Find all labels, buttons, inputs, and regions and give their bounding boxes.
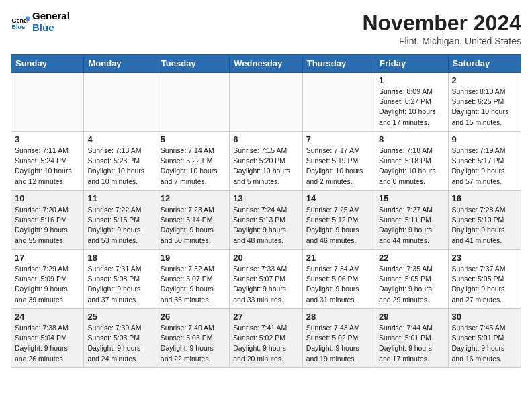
calendar-cell: 11Sunrise: 7:22 AM Sunset: 5:15 PM Dayli…	[84, 191, 157, 250]
logo: General Blue General Blue	[11, 11, 70, 33]
week-row-5: 24Sunrise: 7:38 AM Sunset: 5:04 PM Dayli…	[11, 309, 521, 368]
calendar-cell: 2Sunrise: 8:10 AM Sunset: 6:25 PM Daylig…	[448, 73, 521, 132]
calendar-cell: 24Sunrise: 7:38 AM Sunset: 5:04 PM Dayli…	[11, 309, 84, 368]
calendar-cell: 25Sunrise: 7:39 AM Sunset: 5:03 PM Dayli…	[84, 309, 157, 368]
day-number: 27	[233, 312, 298, 322]
calendar-cell: 21Sunrise: 7:34 AM Sunset: 5:06 PM Dayli…	[302, 250, 375, 309]
week-row-4: 17Sunrise: 7:29 AM Sunset: 5:09 PM Dayli…	[11, 250, 521, 309]
day-info: Sunrise: 7:33 AM Sunset: 5:07 PM Dayligh…	[233, 264, 298, 305]
day-number: 5	[161, 134, 226, 144]
day-number: 22	[379, 253, 444, 263]
day-info: Sunrise: 7:45 AM Sunset: 5:01 PM Dayligh…	[452, 323, 517, 364]
header-day-friday: Friday	[375, 55, 448, 73]
calendar-cell: 14Sunrise: 7:25 AM Sunset: 5:12 PM Dayli…	[302, 191, 375, 250]
week-row-2: 3Sunrise: 7:11 AM Sunset: 5:24 PM Daylig…	[11, 132, 521, 191]
week-row-1: 1Sunrise: 8:09 AM Sunset: 6:27 PM Daylig…	[11, 73, 521, 132]
header-day-wednesday: Wednesday	[230, 55, 302, 73]
day-info: Sunrise: 7:11 AM Sunset: 5:24 PM Dayligh…	[15, 146, 80, 187]
calendar-table: SundayMondayTuesdayWednesdayThursdayFrid…	[11, 54, 521, 368]
calendar-cell: 1Sunrise: 8:09 AM Sunset: 6:27 PM Daylig…	[375, 73, 448, 132]
day-info: Sunrise: 8:09 AM Sunset: 6:27 PM Dayligh…	[379, 87, 444, 128]
calendar-cell: 23Sunrise: 7:37 AM Sunset: 5:05 PM Dayli…	[448, 250, 521, 309]
calendar-cell: 9Sunrise: 7:19 AM Sunset: 5:17 PM Daylig…	[448, 132, 521, 191]
day-number: 11	[87, 193, 152, 203]
calendar-cell: 29Sunrise: 7:44 AM Sunset: 5:01 PM Dayli…	[375, 309, 448, 368]
logo-icon: General Blue	[11, 13, 30, 32]
calendar-cell: 10Sunrise: 7:20 AM Sunset: 5:16 PM Dayli…	[11, 191, 84, 250]
day-info: Sunrise: 7:13 AM Sunset: 5:23 PM Dayligh…	[87, 146, 152, 187]
day-info: Sunrise: 7:18 AM Sunset: 5:18 PM Dayligh…	[379, 146, 444, 187]
calendar-cell: 6Sunrise: 7:15 AM Sunset: 5:20 PM Daylig…	[230, 132, 302, 191]
day-number: 14	[306, 193, 371, 203]
calendar-cell: 26Sunrise: 7:40 AM Sunset: 5:03 PM Dayli…	[157, 309, 229, 368]
calendar-cell: 5Sunrise: 7:14 AM Sunset: 5:22 PM Daylig…	[157, 132, 229, 191]
calendar-cell: 8Sunrise: 7:18 AM Sunset: 5:18 PM Daylig…	[375, 132, 448, 191]
calendar-cell: 17Sunrise: 7:29 AM Sunset: 5:09 PM Dayli…	[11, 250, 84, 309]
day-number: 23	[452, 253, 517, 263]
day-number: 8	[379, 134, 444, 144]
calendar-cell: 30Sunrise: 7:45 AM Sunset: 5:01 PM Dayli…	[448, 309, 521, 368]
day-info: Sunrise: 7:14 AM Sunset: 5:22 PM Dayligh…	[161, 146, 226, 187]
day-info: Sunrise: 7:23 AM Sunset: 5:14 PM Dayligh…	[161, 205, 226, 246]
day-info: Sunrise: 7:24 AM Sunset: 5:13 PM Dayligh…	[233, 205, 298, 246]
day-number: 10	[15, 193, 80, 203]
calendar-cell	[230, 73, 302, 132]
header-day-monday: Monday	[84, 55, 157, 73]
day-number: 13	[233, 193, 298, 203]
header-day-sunday: Sunday	[11, 55, 84, 73]
day-number: 18	[87, 253, 152, 263]
day-info: Sunrise: 7:28 AM Sunset: 5:10 PM Dayligh…	[452, 205, 517, 246]
day-info: Sunrise: 7:20 AM Sunset: 5:16 PM Dayligh…	[15, 205, 80, 246]
day-number: 26	[161, 312, 226, 322]
day-number: 15	[379, 193, 444, 203]
calendar-cell: 13Sunrise: 7:24 AM Sunset: 5:13 PM Dayli…	[230, 191, 302, 250]
day-number: 4	[87, 134, 152, 144]
calendar-header-row: SundayMondayTuesdayWednesdayThursdayFrid…	[11, 55, 521, 73]
week-row-3: 10Sunrise: 7:20 AM Sunset: 5:16 PM Dayli…	[11, 191, 521, 250]
day-info: Sunrise: 7:38 AM Sunset: 5:04 PM Dayligh…	[15, 323, 80, 364]
calendar-cell	[157, 73, 229, 132]
calendar-cell: 20Sunrise: 7:33 AM Sunset: 5:07 PM Dayli…	[230, 250, 302, 309]
calendar-cell: 22Sunrise: 7:35 AM Sunset: 5:05 PM Dayli…	[375, 250, 448, 309]
day-info: Sunrise: 7:39 AM Sunset: 5:03 PM Dayligh…	[87, 323, 152, 364]
logo-text: General Blue	[32, 11, 70, 33]
calendar-cell: 18Sunrise: 7:31 AM Sunset: 5:08 PM Dayli…	[84, 250, 157, 309]
header-day-thursday: Thursday	[302, 55, 375, 73]
day-number: 25	[87, 312, 152, 322]
svg-text:Blue: Blue	[11, 23, 25, 30]
header: General Blue General Blue November 2024 …	[11, 11, 521, 46]
day-info: Sunrise: 7:19 AM Sunset: 5:17 PM Dayligh…	[452, 146, 517, 187]
day-info: Sunrise: 7:34 AM Sunset: 5:06 PM Dayligh…	[306, 264, 371, 305]
day-number: 12	[161, 193, 226, 203]
day-number: 6	[233, 134, 298, 144]
day-number: 21	[306, 253, 371, 263]
day-info: Sunrise: 8:10 AM Sunset: 6:25 PM Dayligh…	[452, 87, 517, 128]
calendar-cell: 12Sunrise: 7:23 AM Sunset: 5:14 PM Dayli…	[157, 191, 229, 250]
location: Flint, Michigan, United States	[362, 36, 521, 46]
day-number: 29	[379, 312, 444, 322]
day-info: Sunrise: 7:31 AM Sunset: 5:08 PM Dayligh…	[87, 264, 152, 305]
day-number: 9	[452, 134, 517, 144]
day-info: Sunrise: 7:29 AM Sunset: 5:09 PM Dayligh…	[15, 264, 80, 305]
day-info: Sunrise: 7:22 AM Sunset: 5:15 PM Dayligh…	[87, 205, 152, 246]
day-number: 24	[15, 312, 80, 322]
day-number: 19	[161, 253, 226, 263]
day-number: 3	[15, 134, 80, 144]
day-info: Sunrise: 7:37 AM Sunset: 5:05 PM Dayligh…	[452, 264, 517, 305]
header-day-tuesday: Tuesday	[157, 55, 229, 73]
calendar-cell: 4Sunrise: 7:13 AM Sunset: 5:23 PM Daylig…	[84, 132, 157, 191]
day-info: Sunrise: 7:43 AM Sunset: 5:02 PM Dayligh…	[306, 323, 371, 364]
calendar-cell: 7Sunrise: 7:17 AM Sunset: 5:19 PM Daylig…	[302, 132, 375, 191]
calendar-cell	[11, 73, 84, 132]
day-info: Sunrise: 7:25 AM Sunset: 5:12 PM Dayligh…	[306, 205, 371, 246]
day-info: Sunrise: 7:15 AM Sunset: 5:20 PM Dayligh…	[233, 146, 298, 187]
header-day-saturday: Saturday	[448, 55, 521, 73]
day-number: 2	[452, 75, 517, 85]
day-info: Sunrise: 7:27 AM Sunset: 5:11 PM Dayligh…	[379, 205, 444, 246]
day-info: Sunrise: 7:35 AM Sunset: 5:05 PM Dayligh…	[379, 264, 444, 305]
day-number: 17	[15, 253, 80, 263]
day-info: Sunrise: 7:40 AM Sunset: 5:03 PM Dayligh…	[161, 323, 226, 364]
day-number: 1	[379, 75, 444, 85]
calendar-cell: 3Sunrise: 7:11 AM Sunset: 5:24 PM Daylig…	[11, 132, 84, 191]
day-number: 30	[452, 312, 517, 322]
